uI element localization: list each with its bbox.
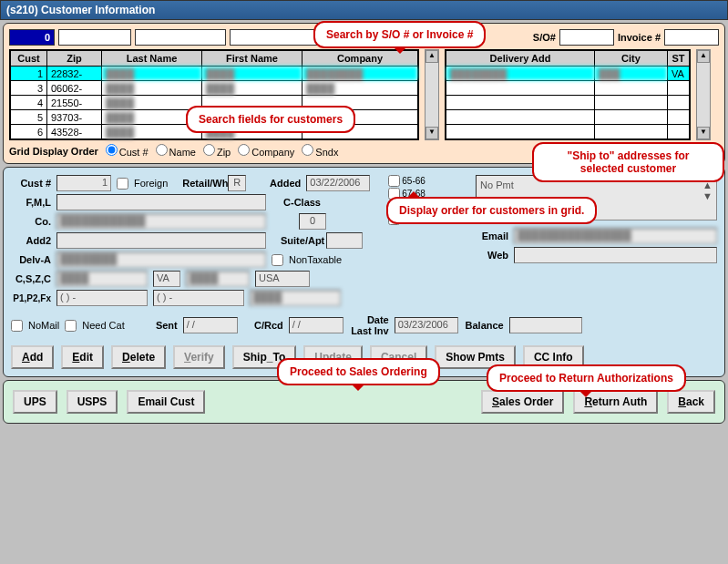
salesorder-button[interactable]: Sales Order <box>481 390 564 414</box>
usps-button[interactable]: USPS <box>67 390 118 414</box>
search-zip-input[interactable] <box>58 29 131 46</box>
table-row[interactable] <box>446 110 690 125</box>
table-row[interactable]: 306062- ████████████ <box>11 81 418 96</box>
callout-search-fields: Search fields for customers <box>186 106 355 133</box>
sent-label: Sent <box>138 320 178 331</box>
needcat-checkbox[interactable] <box>65 320 77 332</box>
p12fx-label: P1,P2,Fx <box>11 293 51 303</box>
radio-company[interactable]: Company <box>238 144 294 158</box>
search-cust-input[interactable]: 0 <box>9 29 55 46</box>
ups-button[interactable]: UPS <box>13 390 57 414</box>
col-st[interactable]: ST <box>668 51 690 67</box>
cclass-label: C-Class <box>281 197 321 208</box>
fml-label: F,M,L <box>11 197 51 208</box>
table-row[interactable] <box>446 81 690 96</box>
radio-cust[interactable]: Cust # <box>106 144 149 158</box>
datelast-value: 03/23/2006 <box>395 317 458 333</box>
crcd-label: C/Rcd <box>243 320 283 331</box>
scroll-down-icon[interactable]: ▼ <box>426 127 438 139</box>
sent-value[interactable]: / / <box>183 317 238 333</box>
fx-value[interactable]: ████ <box>250 290 341 306</box>
search-section: Search by S/O # or Invoice # Search fiel… <box>3 23 725 164</box>
bottom-section: Proceed to Return Authorizations Proceed… <box>3 380 725 424</box>
retailwh-label: Retail/Wh <box>182 178 222 189</box>
detail-section: Cust # 1 Foreign Retail/Wh R Added 03/22… <box>3 167 725 377</box>
scroll-up-icon[interactable]: ▲ <box>426 50 438 63</box>
scroll-up-icon[interactable]: ▲ <box>697 50 710 63</box>
grid2-scrollbar[interactable]: ▲ ▼ <box>696 49 711 140</box>
grid-order-label: Grid Display Order <box>9 146 98 157</box>
table-row[interactable] <box>446 96 690 110</box>
added-value: 03/22/2006 <box>306 175 370 191</box>
email-label: Email <box>476 231 508 241</box>
foreign-checkbox[interactable] <box>117 178 128 190</box>
web-value[interactable] <box>514 247 717 263</box>
delete-button[interactable]: Delete <box>111 345 166 369</box>
invoice-label: Invoice # <box>618 32 661 43</box>
add2-value[interactable] <box>56 232 266 249</box>
cclass-opt[interactable]: 65-66 <box>388 175 457 187</box>
p2-value[interactable]: ( ) - <box>153 290 244 306</box>
verify-button[interactable]: Verify <box>173 345 225 369</box>
col-city[interactable]: City <box>595 51 668 67</box>
callout-shipto: "Ship to" addresses for selected custome… <box>532 142 724 182</box>
added-label: Added <box>261 178 301 189</box>
col-cust[interactable]: Cust <box>11 51 47 67</box>
radio-name[interactable]: Name <box>156 144 196 158</box>
add-button[interactable]: Add <box>11 345 54 369</box>
table-row[interactable]: ███████████VA <box>446 67 690 81</box>
delva-label: Delv-A <box>11 254 51 265</box>
cszc-label: C,S,Z,C <box>11 273 51 284</box>
callout-sales-order: Proceed to Sales Ordering <box>277 358 440 385</box>
radio-zip[interactable]: Zip <box>203 144 231 158</box>
so-input[interactable] <box>559 29 614 46</box>
so-label: S/O# <box>533 32 556 43</box>
cust-label: Cust # <box>11 178 51 189</box>
callout-display-order: Display order for customers in grid. <box>386 197 597 224</box>
cust-value: 1 <box>56 175 111 191</box>
invoice-input[interactable] <box>664 29 719 46</box>
datelast-label: Date Last Inv <box>349 314 389 336</box>
nontax-label: NonTaxable <box>289 254 342 265</box>
search-lastname-input[interactable] <box>135 29 226 46</box>
balance-value <box>509 317 582 333</box>
shipto-grid[interactable]: Delivery Add City ST ███████████VA <box>445 49 691 140</box>
window-title: (s210) Customer Information <box>0 0 728 20</box>
balance-label: Balance <box>464 320 504 331</box>
col-delivery[interactable]: Delivery Add <box>446 51 595 67</box>
col-firstname[interactable]: First Name <box>202 51 302 67</box>
table-row[interactable] <box>446 125 690 139</box>
grid1-scrollbar[interactable]: ▲ ▼ <box>425 49 439 140</box>
nontax-checkbox[interactable] <box>272 254 283 266</box>
search-firstname-input[interactable] <box>230 29 321 46</box>
col-zip[interactable]: Zip <box>47 51 102 67</box>
co-value[interactable]: ████████████ <box>56 213 266 230</box>
country-value[interactable]: USA <box>255 271 310 287</box>
email-value[interactable]: ████████████████ <box>514 228 717 244</box>
suite-value[interactable] <box>326 232 363 249</box>
table-row[interactable]: 122832- ████████████████ <box>11 67 418 81</box>
scroll-down-icon[interactable]: ▼ <box>697 127 710 139</box>
zip-value[interactable]: ████ <box>186 271 250 287</box>
nomail-checkbox[interactable] <box>11 320 23 332</box>
cclass-value[interactable]: 0 <box>299 213 326 230</box>
city-value[interactable]: ████ <box>56 271 148 287</box>
p1-value[interactable]: ( ) - <box>56 290 148 306</box>
delva-value[interactable]: ████████ <box>56 251 266 268</box>
radio-sndx[interactable]: Sndx <box>302 144 338 158</box>
web-label: Web <box>476 250 508 261</box>
needcat-label: Need Cat <box>82 320 124 331</box>
foreign-label: Foreign <box>134 178 168 189</box>
nomail-label: NoMail <box>28 320 59 331</box>
callout-search-so: Search by S/O # or Invoice # <box>313 21 486 48</box>
crcd-value[interactable]: / / <box>289 317 343 333</box>
callout-return-auth: Proceed to Return Authorizations <box>487 364 686 392</box>
back-button[interactable]: Back <box>667 390 715 414</box>
col-lastname[interactable]: Last Name <box>102 51 202 67</box>
emailcust-button[interactable]: Email Cust <box>127 390 205 414</box>
edit-button[interactable]: Edit <box>61 345 104 369</box>
suite-label: Suite/Apt <box>281 235 321 246</box>
state-value[interactable]: VA <box>153 271 180 287</box>
fml-value[interactable] <box>56 194 266 210</box>
retailwh-value[interactable]: R <box>228 175 246 191</box>
